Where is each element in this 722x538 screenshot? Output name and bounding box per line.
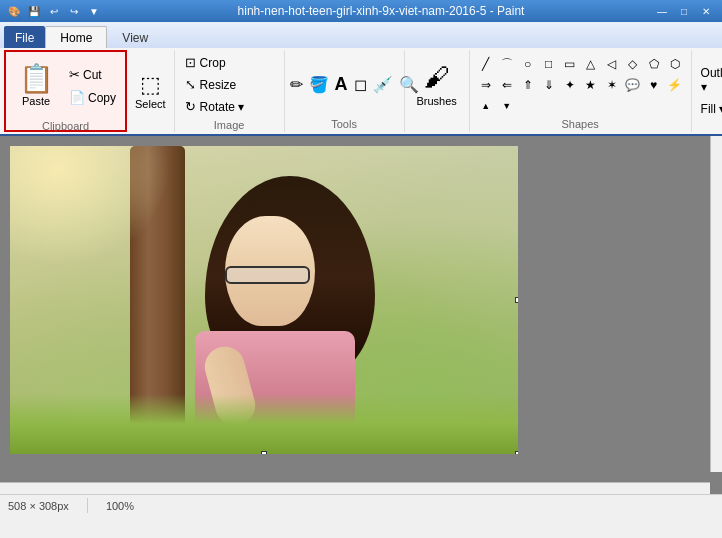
status-bar: 508 × 308px 100%	[0, 494, 722, 516]
shape-star5[interactable]: ★	[581, 75, 601, 95]
clipboard-section: 📋 Paste ✂ Cut 📄 Copy Clipboard	[4, 50, 127, 132]
brushes-button[interactable]: 🖌 Brushes	[411, 52, 463, 116]
shape-heart[interactable]: ♥	[644, 75, 664, 95]
tools-label: Tools	[289, 118, 400, 130]
save-quick-icon[interactable]: 💾	[26, 3, 42, 19]
pencil-button[interactable]: ✏	[289, 70, 304, 98]
canvas-area[interactable]	[0, 136, 722, 494]
fill-label: Fill ▾	[701, 102, 722, 116]
rotate-label: Rotate ▾	[200, 100, 245, 114]
undo-quick-icon[interactable]: ↩	[46, 3, 62, 19]
shape-star6[interactable]: ✶	[602, 75, 622, 95]
shapes-section: ╱ ⌒ ○ □ ▭ △ ◁ ◇ ⬠ ⬡ ⇒ ⇐ ⇑ ⇓ ✦ ★ ✶ 💬 ♥ ⚡	[470, 50, 692, 132]
tab-view[interactable]: View	[107, 26, 163, 48]
rotate-button[interactable]: ↻ Rotate ▾	[181, 96, 278, 117]
redo-quick-icon[interactable]: ↪	[66, 3, 82, 19]
close-button[interactable]: ✕	[696, 3, 716, 19]
copy-icon: 📄	[69, 90, 85, 105]
photo-layer	[10, 146, 518, 454]
status-divider	[87, 498, 88, 513]
ribbon: 📋 Paste ✂ Cut 📄 Copy Clipboard ⬚ Select	[0, 48, 722, 136]
tools-content: ✏ 🪣 A ◻ 💉 🔍	[289, 52, 400, 116]
selection-handle-bm[interactable]	[261, 451, 267, 454]
paste-label: Paste	[22, 95, 50, 107]
dropdown-quick-icon[interactable]: ▼	[86, 3, 102, 19]
shape-triangle[interactable]: △	[581, 54, 601, 74]
rotate-icon: ↻	[185, 99, 196, 114]
shape-scroll-dn[interactable]: ▼	[497, 96, 517, 116]
image-section: ⊡ Crop ⤡ Resize ↻ Rotate ▾ Image	[175, 50, 285, 132]
crop-label: Crop	[200, 56, 226, 70]
paste-button[interactable]: 📋 Paste	[10, 54, 62, 118]
ribbon-tabs: File Home View	[0, 22, 722, 48]
horizontal-scrollbar[interactable]	[0, 482, 710, 494]
brushes-section: 🖌 Brushes	[405, 50, 470, 132]
selection-handle-br[interactable]	[515, 451, 518, 454]
image-content: ⊡ Crop ⤡ Resize ↻ Rotate ▾	[181, 52, 278, 117]
selection-handle-mr[interactable]	[515, 297, 518, 303]
select-label: Select	[135, 98, 166, 110]
eyedropper-button[interactable]: 💉	[372, 70, 394, 98]
app-icon: 🎨	[6, 3, 22, 19]
shape-hex[interactable]: ⬡	[665, 54, 685, 74]
resize-label: Resize	[200, 78, 237, 92]
grass	[10, 394, 518, 454]
minimize-button[interactable]: —	[652, 3, 672, 19]
shape-scroll-up[interactable]: ▲	[476, 96, 496, 116]
copy-label: Copy	[88, 91, 116, 105]
copy-button[interactable]: 📄 Copy	[64, 87, 121, 108]
tools-section: ✏ 🪣 A ◻ 💉 🔍 Tools	[285, 50, 405, 132]
outline-fill-section: Outline ▾ Fill ▾	[692, 50, 722, 132]
crop-button[interactable]: ⊡ Crop	[181, 52, 278, 73]
resize-button[interactable]: ⤡ Resize	[181, 74, 278, 95]
shape-arrow-d[interactable]: ⇓	[539, 75, 559, 95]
outline-button[interactable]: Outline ▾	[696, 63, 722, 97]
glasses	[225, 266, 310, 284]
shape-lightning[interactable]: ⚡	[665, 75, 685, 95]
tab-home[interactable]: Home	[45, 26, 107, 48]
cut-icon: ✂	[69, 67, 80, 82]
cut-label: Cut	[83, 68, 102, 82]
shape-rtriangle[interactable]: ◁	[602, 54, 622, 74]
clipboard-label: Clipboard	[10, 120, 121, 132]
text-button[interactable]: A	[334, 70, 349, 98]
window-title: hinh-nen-hot-teen-girl-xinh-9x-viet-nam-…	[110, 4, 652, 18]
paint-canvas[interactable]	[10, 146, 518, 454]
cut-button[interactable]: ✂ Cut	[64, 64, 121, 85]
brushes-icon: 🖌	[424, 62, 450, 93]
dimension-info: 508 × 308px	[8, 500, 69, 512]
shape-callout[interactable]: 💬	[623, 75, 643, 95]
cut-copy-buttons: ✂ Cut 📄 Copy	[64, 64, 121, 108]
image-label: Image	[181, 119, 278, 131]
select-icon: ⬚	[140, 72, 161, 98]
shape-oval[interactable]: ○	[518, 54, 538, 74]
tab-file[interactable]: File	[4, 26, 45, 48]
shape-star4[interactable]: ✦	[560, 75, 580, 95]
vertical-scrollbar[interactable]	[710, 136, 722, 472]
title-bar-app-icons: 🎨 💾 ↩ ↪ ▼	[6, 3, 102, 19]
paste-icon: 📋	[19, 65, 54, 93]
shape-diamond[interactable]: ◇	[623, 54, 643, 74]
shapes-grid: ╱ ⌒ ○ □ ▭ △ ◁ ◇ ⬠ ⬡ ⇒ ⇐ ⇑ ⇓ ✦ ★ ✶ 💬 ♥ ⚡	[476, 54, 685, 116]
title-bar: 🎨 💾 ↩ ↪ ▼ hinh-nen-hot-teen-girl-xinh-9x…	[0, 0, 722, 22]
canvas-container	[10, 146, 518, 454]
shape-arrow-r[interactable]: ⇒	[476, 75, 496, 95]
shape-rect2[interactable]: ▭	[560, 54, 580, 74]
maximize-button[interactable]: □	[674, 3, 694, 19]
zoom-level: 100%	[106, 500, 134, 512]
shape-arrow-l[interactable]: ⇐	[497, 75, 517, 95]
fill-tool-button[interactable]: 🪣	[308, 70, 330, 98]
shape-arrow-u[interactable]: ⇑	[518, 75, 538, 95]
shape-line[interactable]: ╱	[476, 54, 496, 74]
eraser-button[interactable]: ◻	[353, 70, 368, 98]
shape-curve[interactable]: ⌒	[497, 54, 517, 74]
clipboard-content: 📋 Paste ✂ Cut 📄 Copy	[10, 54, 121, 118]
shape-penta[interactable]: ⬠	[644, 54, 664, 74]
select-section[interactable]: ⬚ Select	[127, 50, 175, 132]
crop-icon: ⊡	[185, 55, 196, 70]
light-source	[10, 146, 170, 266]
shape-rect[interactable]: □	[539, 54, 559, 74]
window-controls: — □ ✕	[652, 3, 716, 19]
fill-button[interactable]: Fill ▾	[696, 99, 722, 119]
outline-label: Outline ▾	[701, 66, 722, 94]
